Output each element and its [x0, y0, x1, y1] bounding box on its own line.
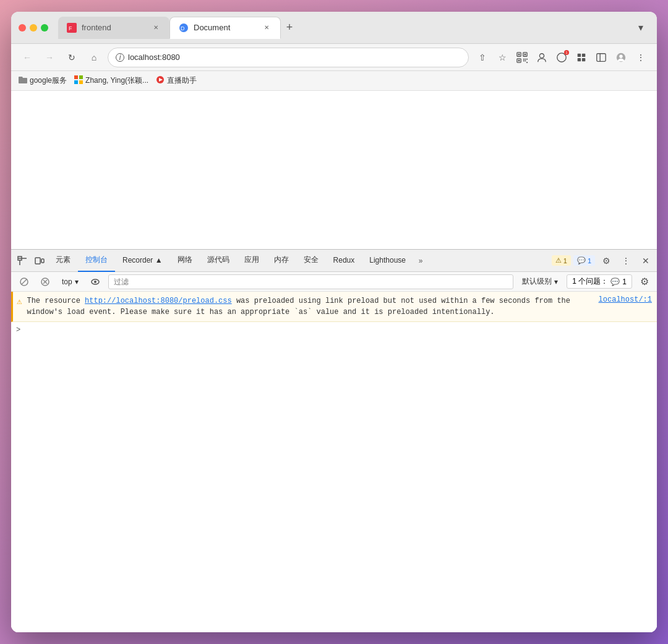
warning-source-link[interactable]: localhost/:1 — [599, 295, 652, 318]
maximize-button[interactable] — [41, 24, 48, 32]
devtools-settings-button[interactable]: ⚙ — [597, 252, 615, 269]
home-button[interactable]: ⌂ — [85, 49, 103, 66]
default-level-selector[interactable]: 默认级别 ▾ — [518, 275, 562, 288]
svg-rect-11 — [525, 58, 526, 59]
warning-message: The resource http://localhost:8080/prelo… — [27, 295, 593, 318]
svg-rect-13 — [523, 60, 525, 61]
traffic-lights — [19, 24, 48, 32]
menu-button[interactable]: ⋮ — [632, 49, 649, 66]
message-count: 1 — [588, 257, 591, 265]
eye-button[interactable] — [87, 276, 103, 287]
reload-button[interactable]: ↻ — [63, 49, 80, 66]
url-bar[interactable]: i localhost:8080 — [108, 48, 469, 67]
console-toolbar: top ▾ 默认级别 ▾ 1 个问题： 💬 1 — [11, 272, 657, 292]
devtools-tab-recorder[interactable]: Recorder ▲ — [115, 250, 170, 272]
issue-badge[interactable]: 1 个问题： 💬 1 — [567, 274, 632, 289]
svg-rect-35 — [35, 258, 40, 264]
back-button[interactable]: ← — [19, 49, 36, 66]
warn-text-before: The resource — [27, 297, 85, 305]
toolbar-icons: ⇧ ☆ — [474, 49, 649, 66]
bookmark-live[interactable]: 直播助手 — [156, 75, 197, 86]
bookmark-google[interactable]: google服务 — [19, 75, 67, 86]
minimize-button[interactable] — [30, 24, 37, 32]
tab-dropdown-button[interactable]: ▾ — [632, 19, 649, 36]
console-settings-button[interactable]: ⚙ — [637, 274, 652, 289]
svg-text:F: F — [69, 25, 72, 32]
devtools-tab-application[interactable]: 应用 — [237, 250, 267, 272]
issue-badge-count: 1 — [622, 278, 627, 286]
page-content: 元素 控制台 Recorder ▲ 网络 源代码 应用 内存 — [11, 91, 657, 632]
document-tab-icon: D — [179, 23, 189, 33]
devtools-tab-lighthouse[interactable]: Lighthouse — [362, 250, 413, 272]
prompt-arrow: > — [16, 326, 20, 334]
warning-icon-small: ⚠ — [555, 256, 562, 265]
warning-triangle-icon: ⚠ — [17, 296, 22, 318]
profile-avatar[interactable] — [612, 49, 630, 66]
devtools-tab-sources[interactable]: 源代码 — [200, 250, 237, 272]
bookmark-live-label: 直播助手 — [167, 75, 197, 86]
devtools-tabs-bar: 元素 控制台 Recorder ▲ 网络 源代码 应用 内存 — [11, 250, 657, 272]
qr-button[interactable] — [513, 49, 531, 66]
svg-rect-12 — [526, 58, 528, 59]
bookmark-button[interactable]: ☆ — [494, 49, 511, 66]
ms-icon — [74, 75, 83, 86]
svg-rect-20 — [578, 57, 581, 61]
live-icon — [156, 75, 165, 86]
document-tab-close[interactable]: ✕ — [262, 23, 272, 33]
title-bar: F frontend ✕ D Document ✕ + ▾ — [11, 12, 657, 44]
bookmark-zhang-label: Zhang, Ying(张颖... — [85, 75, 148, 86]
svg-rect-9 — [518, 59, 520, 61]
devtools-tab-console[interactable]: 控制台 — [78, 250, 115, 272]
stop-button[interactable] — [16, 276, 32, 287]
message-icon-small: 💬 — [577, 256, 586, 265]
console-prompt-row[interactable]: > — [11, 322, 657, 338]
devtools-tab-security[interactable]: 安全 — [296, 250, 326, 272]
devtools-more-button[interactable]: ⋮ — [617, 252, 635, 269]
warning-badge[interactable]: ⚠ 1 — [552, 255, 571, 266]
clear-button[interactable] — [37, 276, 53, 287]
preload-css-link[interactable]: http://localhost:8080/preload.css — [85, 297, 232, 305]
tab-document[interactable]: D Document ✕ — [169, 17, 281, 39]
document-tab-label: Document — [194, 23, 257, 32]
devtools-more-tabs-button[interactable]: » — [413, 252, 428, 269]
devtools-panel: 元素 控制台 Recorder ▲ 网络 源代码 应用 内存 — [11, 249, 657, 632]
sidebar-button[interactable] — [593, 49, 610, 66]
devtools-tab-memory[interactable]: 内存 — [267, 250, 296, 272]
svg-rect-15 — [526, 62, 528, 63]
svg-point-25 — [619, 54, 622, 57]
device-toolbar-button[interactable] — [31, 252, 48, 269]
issue-message-icon: 💬 — [610, 278, 620, 286]
bookmark-zhang[interactable]: Zhang, Ying(张颖... — [74, 75, 148, 86]
console-output: ⚠ The resource http://localhost:8080/pre… — [11, 292, 657, 632]
extensions-button[interactable] — [573, 49, 590, 66]
inspect-element-button[interactable] — [14, 252, 31, 269]
close-button[interactable] — [19, 24, 26, 32]
profiles-button[interactable] — [533, 49, 550, 66]
default-level-label: 默认级别 — [522, 276, 552, 287]
devtools-tab-redux[interactable]: Redux — [326, 250, 362, 272]
url-text: localhost:8080 — [128, 53, 180, 62]
circle-button[interactable]: 1 — [553, 49, 570, 66]
devtools-tab-elements[interactable]: 元素 — [48, 250, 78, 272]
svg-point-16 — [539, 53, 544, 57]
tab-frontend[interactable]: F frontend ✕ — [58, 17, 169, 39]
security-icon: i — [116, 53, 124, 62]
warning-count: 1 — [563, 257, 567, 265]
svg-rect-36 — [41, 259, 44, 263]
svg-text:D: D — [181, 25, 185, 32]
filter-input[interactable] — [108, 274, 514, 289]
svg-rect-22 — [597, 53, 606, 61]
bookmarks-bar: google服务 Zhang, Ying(张颖... 直播助手 — [11, 71, 657, 91]
console-warning-row: ⚠ The resource http://localhost:8080/pre… — [11, 292, 657, 322]
forward-button[interactable]: → — [41, 49, 58, 66]
svg-rect-26 — [74, 75, 78, 79]
share-button[interactable]: ⇧ — [474, 49, 491, 66]
new-tab-button[interactable]: + — [281, 19, 298, 36]
frontend-tab-close[interactable]: ✕ — [151, 23, 161, 33]
bookmark-google-label: google服务 — [30, 75, 67, 86]
svg-rect-14 — [525, 60, 526, 61]
context-selector[interactable]: top ▾ — [58, 276, 82, 287]
devtools-close-button[interactable]: ✕ — [637, 252, 654, 269]
devtools-tab-network[interactable]: 网络 — [170, 250, 200, 272]
message-badge[interactable]: 💬 1 — [573, 255, 595, 266]
